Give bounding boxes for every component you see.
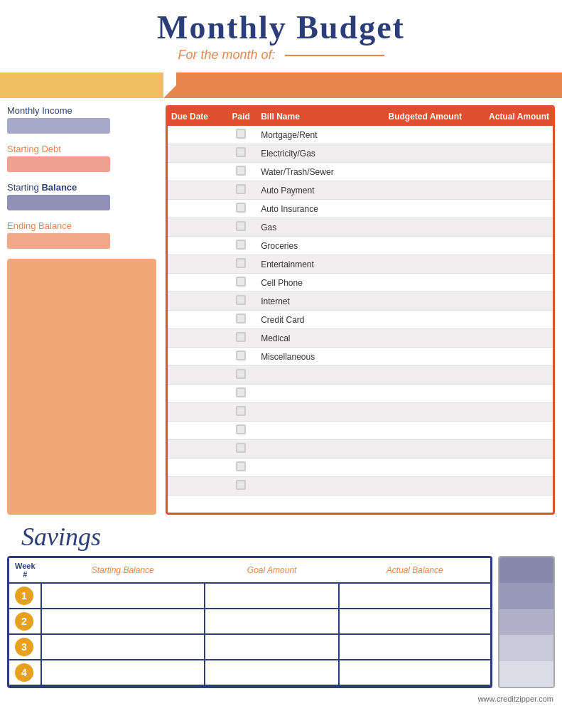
savings-starting-balance-cell[interactable] — [41, 634, 205, 660]
checkbox[interactable] — [236, 350, 246, 360]
actual-amount-cell[interactable] — [465, 329, 553, 348]
checkbox[interactable] — [236, 129, 246, 139]
due-date-cell[interactable] — [168, 181, 225, 200]
due-date-cell[interactable] — [168, 200, 225, 218]
due-date-cell[interactable] — [168, 126, 225, 144]
due-date-cell[interactable] — [168, 385, 225, 403]
checkbox[interactable] — [236, 203, 246, 213]
due-date-cell[interactable] — [168, 422, 225, 440]
savings-starting-balance-cell[interactable] — [41, 609, 205, 634]
budgeted-amount-cell[interactable] — [361, 422, 465, 440]
savings-goal-amount-cell[interactable] — [205, 660, 339, 685]
actual-amount-cell[interactable] — [465, 274, 553, 292]
due-date-cell[interactable] — [168, 311, 225, 329]
budgeted-amount-cell[interactable] — [361, 144, 465, 163]
due-date-cell[interactable] — [168, 348, 225, 366]
checkbox[interactable] — [236, 166, 246, 176]
paid-cell[interactable] — [225, 422, 257, 440]
paid-cell[interactable] — [225, 311, 257, 329]
actual-amount-cell[interactable] — [465, 348, 553, 366]
budgeted-amount-cell[interactable] — [361, 163, 465, 181]
checkbox[interactable] — [236, 277, 246, 287]
budgeted-amount-cell[interactable] — [361, 403, 465, 422]
budgeted-amount-cell[interactable] — [361, 200, 465, 218]
savings-goal-amount-cell[interactable] — [205, 609, 339, 634]
checkbox[interactable] — [236, 443, 246, 453]
actual-amount-cell[interactable] — [465, 163, 553, 181]
checkbox[interactable] — [236, 258, 246, 268]
budgeted-amount-cell[interactable] — [361, 237, 465, 255]
savings-actual-balance-cell[interactable] — [339, 609, 490, 634]
paid-cell[interactable] — [225, 163, 257, 181]
savings-starting-balance-cell[interactable] — [41, 660, 205, 685]
savings-actual-balance-cell[interactable] — [339, 634, 490, 660]
paid-cell[interactable] — [225, 255, 257, 274]
actual-amount-cell[interactable] — [465, 292, 553, 311]
due-date-cell[interactable] — [168, 477, 225, 496]
paid-cell[interactable] — [225, 292, 257, 311]
savings-goal-amount-cell[interactable] — [205, 634, 339, 660]
budgeted-amount-cell[interactable] — [361, 181, 465, 200]
checkbox[interactable] — [236, 147, 246, 157]
actual-amount-cell[interactable] — [465, 144, 553, 163]
checkbox[interactable] — [236, 240, 246, 250]
actual-amount-cell[interactable] — [465, 422, 553, 440]
paid-cell[interactable] — [225, 200, 257, 218]
budgeted-amount-cell[interactable] — [361, 126, 465, 144]
checkbox[interactable] — [236, 221, 246, 231]
actual-amount-cell[interactable] — [465, 477, 553, 496]
budgeted-amount-cell[interactable] — [361, 329, 465, 348]
paid-cell[interactable] — [225, 237, 257, 255]
paid-cell[interactable] — [225, 477, 257, 496]
paid-cell[interactable] — [225, 181, 257, 200]
due-date-cell[interactable] — [168, 403, 225, 422]
budgeted-amount-cell[interactable] — [361, 459, 465, 477]
actual-amount-cell[interactable] — [465, 181, 553, 200]
due-date-cell[interactable] — [168, 274, 225, 292]
checkbox[interactable] — [236, 424, 246, 434]
checkbox[interactable] — [236, 369, 246, 379]
budgeted-amount-cell[interactable] — [361, 348, 465, 366]
actual-amount-cell[interactable] — [465, 237, 553, 255]
paid-cell[interactable] — [225, 144, 257, 163]
budgeted-amount-cell[interactable] — [361, 311, 465, 329]
checkbox[interactable] — [236, 295, 246, 305]
actual-amount-cell[interactable] — [465, 366, 553, 385]
paid-cell[interactable] — [225, 366, 257, 385]
due-date-cell[interactable] — [168, 144, 225, 163]
due-date-cell[interactable] — [168, 292, 225, 311]
budgeted-amount-cell[interactable] — [361, 385, 465, 403]
actual-amount-cell[interactable] — [465, 403, 553, 422]
paid-cell[interactable] — [225, 459, 257, 477]
budgeted-amount-cell[interactable] — [361, 255, 465, 274]
actual-amount-cell[interactable] — [465, 459, 553, 477]
savings-actual-balance-cell[interactable] — [339, 583, 490, 609]
paid-cell[interactable] — [225, 274, 257, 292]
paid-cell[interactable] — [225, 218, 257, 237]
actual-amount-cell[interactable] — [465, 440, 553, 459]
due-date-cell[interactable] — [168, 329, 225, 348]
due-date-cell[interactable] — [168, 218, 225, 237]
actual-amount-cell[interactable] — [465, 218, 553, 237]
checkbox[interactable] — [236, 461, 246, 471]
due-date-cell[interactable] — [168, 366, 225, 385]
budgeted-amount-cell[interactable] — [361, 292, 465, 311]
paid-cell[interactable] — [225, 126, 257, 144]
due-date-cell[interactable] — [168, 255, 225, 274]
paid-cell[interactable] — [225, 403, 257, 422]
paid-cell[interactable] — [225, 385, 257, 403]
actual-amount-cell[interactable] — [465, 385, 553, 403]
budgeted-amount-cell[interactable] — [361, 366, 465, 385]
budgeted-amount-cell[interactable] — [361, 274, 465, 292]
due-date-cell[interactable] — [168, 237, 225, 255]
checkbox[interactable] — [236, 314, 246, 323]
checkbox[interactable] — [236, 332, 246, 342]
budgeted-amount-cell[interactable] — [361, 218, 465, 237]
due-date-cell[interactable] — [168, 163, 225, 181]
actual-amount-cell[interactable] — [465, 311, 553, 329]
actual-amount-cell[interactable] — [465, 200, 553, 218]
budgeted-amount-cell[interactable] — [361, 440, 465, 459]
actual-amount-cell[interactable] — [465, 255, 553, 274]
budgeted-amount-cell[interactable] — [361, 477, 465, 496]
savings-starting-balance-cell[interactable] — [41, 583, 205, 609]
